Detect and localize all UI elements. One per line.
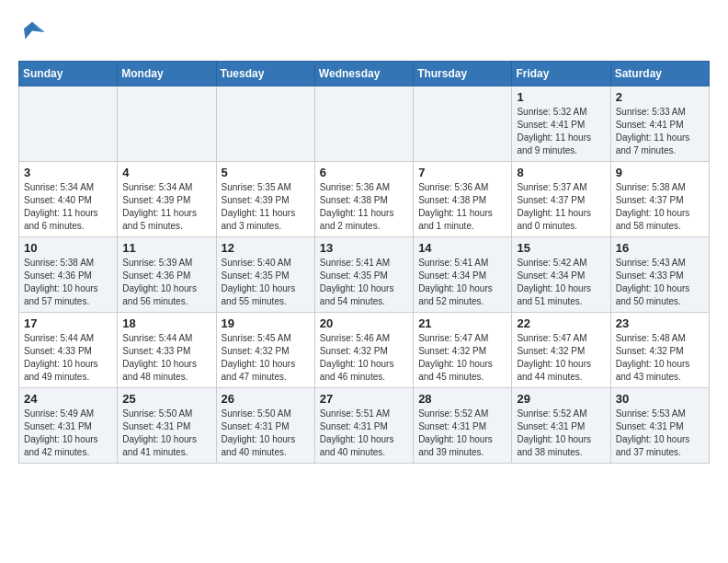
day-number: 25	[122, 392, 210, 406]
day-info: Sunrise: 5:48 AM Sunset: 4:32 PM Dayligh…	[616, 332, 704, 384]
calendar-cell: 22Sunrise: 5:47 AM Sunset: 4:32 PM Dayli…	[512, 313, 610, 388]
calendar-header-row: SundayMondayTuesdayWednesdayThursdayFrid…	[19, 62, 710, 86]
day-number: 22	[517, 316, 605, 330]
day-number: 17	[24, 316, 112, 330]
calendar-cell: 7Sunrise: 5:36 AM Sunset: 4:38 PM Daylig…	[414, 162, 512, 237]
day-info: Sunrise: 5:36 AM Sunset: 4:38 PM Dayligh…	[418, 181, 506, 233]
calendar-cell: 20Sunrise: 5:46 AM Sunset: 4:32 PM Dayli…	[314, 313, 413, 388]
day-number: 27	[320, 392, 408, 406]
calendar-cell: 8Sunrise: 5:37 AM Sunset: 4:37 PM Daylig…	[512, 162, 610, 237]
day-number: 18	[122, 316, 210, 330]
day-number: 5	[222, 166, 310, 179]
calendar-cell: 19Sunrise: 5:45 AM Sunset: 4:32 PM Dayli…	[216, 313, 314, 388]
header-thursday: Thursday	[414, 62, 512, 86]
header-monday: Monday	[118, 62, 216, 86]
calendar-cell: 12Sunrise: 5:40 AM Sunset: 4:35 PM Dayli…	[216, 237, 314, 313]
calendar-cell: 28Sunrise: 5:52 AM Sunset: 4:31 PM Dayli…	[414, 388, 512, 464]
calendar-cell: 5Sunrise: 5:35 AM Sunset: 4:39 PM Daylig…	[216, 162, 314, 237]
header-wednesday: Wednesday	[314, 62, 413, 86]
calendar-cell: 17Sunrise: 5:44 AM Sunset: 4:33 PM Dayli…	[19, 313, 118, 388]
day-info: Sunrise: 5:41 AM Sunset: 4:34 PM Dayligh…	[418, 257, 506, 308]
calendar-cell: 3Sunrise: 5:34 AM Sunset: 4:40 PM Daylig…	[19, 162, 118, 237]
calendar-cell: 23Sunrise: 5:48 AM Sunset: 4:32 PM Dayli…	[610, 313, 709, 388]
day-info: Sunrise: 5:52 AM Sunset: 4:31 PM Dayligh…	[517, 408, 605, 459]
day-number: 29	[517, 392, 605, 406]
calendar-cell: 1Sunrise: 5:32 AM Sunset: 4:41 PM Daylig…	[512, 86, 610, 162]
day-number: 1	[517, 90, 605, 104]
day-info: Sunrise: 5:32 AM Sunset: 4:41 PM Dayligh…	[517, 106, 605, 157]
day-info: Sunrise: 5:39 AM Sunset: 4:36 PM Dayligh…	[122, 257, 210, 308]
day-number: 20	[320, 316, 408, 330]
calendar-cell: 14Sunrise: 5:41 AM Sunset: 4:34 PM Dayli…	[414, 237, 512, 313]
day-info: Sunrise: 5:34 AM Sunset: 4:39 PM Dayligh…	[122, 181, 210, 233]
day-number: 12	[222, 241, 310, 255]
day-info: Sunrise: 5:47 AM Sunset: 4:32 PM Dayligh…	[517, 332, 605, 384]
logo-icon	[18, 18, 46, 46]
day-info: Sunrise: 5:35 AM Sunset: 4:39 PM Dayligh…	[222, 181, 310, 233]
calendar-week-row: 3Sunrise: 5:34 AM Sunset: 4:40 PM Daylig…	[19, 162, 710, 237]
day-info: Sunrise: 5:42 AM Sunset: 4:34 PM Dayligh…	[517, 257, 605, 308]
calendar-cell: 4Sunrise: 5:34 AM Sunset: 4:39 PM Daylig…	[118, 162, 216, 237]
day-number: 2	[616, 90, 704, 104]
calendar-cell	[118, 86, 216, 162]
day-number: 15	[517, 241, 605, 255]
calendar-cell: 13Sunrise: 5:41 AM Sunset: 4:35 PM Dayli…	[314, 237, 413, 313]
day-info: Sunrise: 5:38 AM Sunset: 4:36 PM Dayligh…	[24, 257, 112, 308]
day-number: 3	[24, 166, 112, 179]
calendar-cell: 16Sunrise: 5:43 AM Sunset: 4:33 PM Dayli…	[610, 237, 709, 313]
calendar-cell: 26Sunrise: 5:50 AM Sunset: 4:31 PM Dayli…	[216, 388, 314, 464]
calendar-week-row: 17Sunrise: 5:44 AM Sunset: 4:33 PM Dayli…	[19, 313, 710, 388]
calendar-cell	[216, 86, 314, 162]
calendar-cell: 2Sunrise: 5:33 AM Sunset: 4:41 PM Daylig…	[610, 86, 709, 162]
day-number: 6	[320, 166, 408, 179]
day-number: 9	[616, 166, 704, 179]
svg-marker-0	[24, 22, 45, 40]
day-number: 28	[418, 392, 506, 406]
day-number: 8	[517, 166, 605, 179]
day-info: Sunrise: 5:33 AM Sunset: 4:41 PM Dayligh…	[616, 106, 704, 157]
logo	[18, 18, 50, 46]
day-number: 11	[122, 241, 210, 255]
day-info: Sunrise: 5:51 AM Sunset: 4:31 PM Dayligh…	[320, 408, 408, 459]
day-number: 16	[616, 241, 704, 255]
calendar-cell: 11Sunrise: 5:39 AM Sunset: 4:36 PM Dayli…	[118, 237, 216, 313]
day-number: 23	[616, 316, 704, 330]
page-header	[18, 18, 710, 46]
day-info: Sunrise: 5:45 AM Sunset: 4:32 PM Dayligh…	[222, 332, 310, 384]
calendar-cell: 27Sunrise: 5:51 AM Sunset: 4:31 PM Dayli…	[314, 388, 413, 464]
calendar-cell	[19, 86, 118, 162]
day-info: Sunrise: 5:36 AM Sunset: 4:38 PM Dayligh…	[320, 181, 408, 233]
day-number: 7	[418, 166, 506, 179]
day-number: 30	[616, 392, 704, 406]
day-number: 19	[222, 316, 310, 330]
calendar-cell	[314, 86, 413, 162]
calendar-week-row: 10Sunrise: 5:38 AM Sunset: 4:36 PM Dayli…	[19, 237, 710, 313]
day-info: Sunrise: 5:37 AM Sunset: 4:37 PM Dayligh…	[517, 181, 605, 233]
day-info: Sunrise: 5:44 AM Sunset: 4:33 PM Dayligh…	[122, 332, 210, 384]
calendar-table: SundayMondayTuesdayWednesdayThursdayFrid…	[18, 61, 710, 464]
calendar-cell: 30Sunrise: 5:53 AM Sunset: 4:31 PM Dayli…	[610, 388, 709, 464]
header-tuesday: Tuesday	[216, 62, 314, 86]
calendar-cell: 15Sunrise: 5:42 AM Sunset: 4:34 PM Dayli…	[512, 237, 610, 313]
day-info: Sunrise: 5:38 AM Sunset: 4:37 PM Dayligh…	[616, 181, 704, 233]
day-number: 4	[122, 166, 210, 179]
day-number: 24	[24, 392, 112, 406]
day-info: Sunrise: 5:46 AM Sunset: 4:32 PM Dayligh…	[320, 332, 408, 384]
day-info: Sunrise: 5:53 AM Sunset: 4:31 PM Dayligh…	[616, 408, 704, 459]
day-info: Sunrise: 5:50 AM Sunset: 4:31 PM Dayligh…	[222, 408, 310, 459]
calendar-cell	[414, 86, 512, 162]
day-info: Sunrise: 5:41 AM Sunset: 4:35 PM Dayligh…	[320, 257, 408, 308]
day-info: Sunrise: 5:44 AM Sunset: 4:33 PM Dayligh…	[24, 332, 112, 384]
calendar-cell: 6Sunrise: 5:36 AM Sunset: 4:38 PM Daylig…	[314, 162, 413, 237]
calendar-cell: 24Sunrise: 5:49 AM Sunset: 4:31 PM Dayli…	[19, 388, 118, 464]
header-saturday: Saturday	[610, 62, 709, 86]
day-info: Sunrise: 5:50 AM Sunset: 4:31 PM Dayligh…	[122, 408, 210, 459]
day-number: 14	[418, 241, 506, 255]
calendar-cell: 25Sunrise: 5:50 AM Sunset: 4:31 PM Dayli…	[118, 388, 216, 464]
day-info: Sunrise: 5:47 AM Sunset: 4:32 PM Dayligh…	[418, 332, 506, 384]
calendar-week-row: 24Sunrise: 5:49 AM Sunset: 4:31 PM Dayli…	[19, 388, 710, 464]
day-number: 10	[24, 241, 112, 255]
header-sunday: Sunday	[19, 62, 118, 86]
day-number: 26	[222, 392, 310, 406]
day-number: 21	[418, 316, 506, 330]
